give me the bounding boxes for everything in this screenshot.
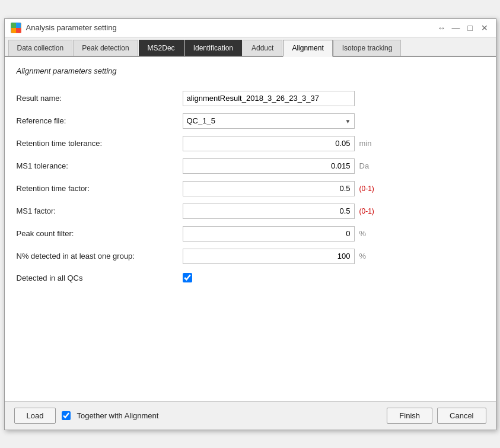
tab-peak-detection[interactable]: Peak detection <box>73 40 138 56</box>
finish-button[interactable]: Finish <box>387 408 432 424</box>
tab-ms2dec[interactable]: MS2Dec <box>139 40 184 56</box>
peak-count-filter-input[interactable] <box>183 226 355 242</box>
ms1-factor-label: MS1 factor: <box>17 201 183 221</box>
retention-time-factor-label: Retention time factor: <box>17 178 183 199</box>
footer: Load Together with Alignment Finish Canc… <box>5 401 496 430</box>
retention-time-factor-input[interactable] <box>183 181 355 196</box>
result-name-label: Result name: <box>17 88 183 109</box>
detected-all-qcs-checkbox-wrapper <box>183 273 192 282</box>
svg-rect-0 <box>11 23 16 28</box>
retention-time-tolerance-input[interactable] <box>183 136 355 151</box>
tab-alignment[interactable]: Alignment <box>283 40 332 57</box>
ms1-tolerance-group: Da <box>183 155 484 177</box>
n-percent-input[interactable] <box>183 249 355 264</box>
titlebar-controls: ↔ — □ ✕ <box>437 23 490 33</box>
resize-button[interactable]: ↔ <box>437 23 447 33</box>
tab-bar: Data collection Peak detection MS2Dec Id… <box>5 37 496 57</box>
retention-time-factor-hint: (0-1) <box>359 185 374 193</box>
n-percent-unit: % <box>359 252 381 260</box>
ms1-factor-hint: (0-1) <box>359 207 374 215</box>
tab-isotope-tracking[interactable]: Isotope tracking <box>333 40 402 56</box>
footer-left: Load Together with Alignment <box>14 408 159 424</box>
section-title: Alignment parameters setting <box>17 66 484 75</box>
minimize-button[interactable]: — <box>451 23 461 33</box>
ms1-factor-group: (0-1) <box>183 200 484 223</box>
retention-time-tolerance-unit: min <box>359 139 381 148</box>
result-name-group <box>183 87 484 110</box>
ms1-tolerance-label: MS1 tolerance: <box>17 155 183 176</box>
peak-count-filter-label: Peak count filter: <box>17 223 183 244</box>
svg-rect-3 <box>16 28 21 33</box>
reference-file-select[interactable]: QC_1_5 <box>183 113 355 129</box>
result-name-input[interactable] <box>183 91 355 106</box>
main-window: Analysis parameter setting ↔ — □ ✕ Data … <box>4 18 496 430</box>
footer-right: Finish Cancel <box>387 408 486 424</box>
load-button[interactable]: Load <box>14 408 56 424</box>
ms1-tolerance-input[interactable] <box>183 158 355 174</box>
cancel-button[interactable]: Cancel <box>437 408 486 424</box>
tab-data-collection[interactable]: Data collection <box>8 40 73 56</box>
titlebar: Analysis parameter setting ↔ — □ ✕ <box>5 19 496 37</box>
peak-count-filter-unit: % <box>359 229 381 238</box>
reference-file-label: Reference file: <box>17 110 183 131</box>
detected-all-qcs-checkbox[interactable] <box>183 273 192 282</box>
detected-all-qcs-group <box>183 268 484 288</box>
svg-rect-2 <box>11 28 16 33</box>
window-title: Analysis parameter setting <box>26 23 117 32</box>
reference-file-group: QC_1_5 ▼ <box>183 110 484 132</box>
peak-count-filter-group: % <box>183 223 484 245</box>
n-percent-label: N% detected in at least one group: <box>17 246 183 266</box>
form-grid: Result name: Reference file: QC_1_5 ▼ Re… <box>17 87 484 288</box>
tab-identification[interactable]: Identification <box>184 40 242 56</box>
ms1-tolerance-unit: Da <box>359 161 381 170</box>
reference-file-dropdown-wrapper: QC_1_5 ▼ <box>183 113 355 129</box>
together-label: Together with Alignment <box>77 411 158 420</box>
n-percent-group: % <box>183 245 484 268</box>
close-button[interactable]: ✕ <box>479 23 490 33</box>
retention-time-tolerance-label: Retention time tolerance: <box>17 133 183 154</box>
maximize-button[interactable]: □ <box>465 23 476 33</box>
retention-time-factor-group: (0-1) <box>183 177 484 200</box>
ms1-factor-input[interactable] <box>183 204 355 219</box>
retention-time-tolerance-group: min <box>183 132 484 155</box>
content-area: Alignment parameters setting Result name… <box>5 57 496 401</box>
tab-adduct[interactable]: Adduct <box>243 40 282 56</box>
svg-rect-1 <box>16 23 21 28</box>
app-icon <box>11 23 21 33</box>
together-checkbox[interactable] <box>62 411 71 420</box>
detected-all-qcs-label: Detected in all QCs <box>17 268 183 288</box>
titlebar-left: Analysis parameter setting <box>11 23 117 33</box>
